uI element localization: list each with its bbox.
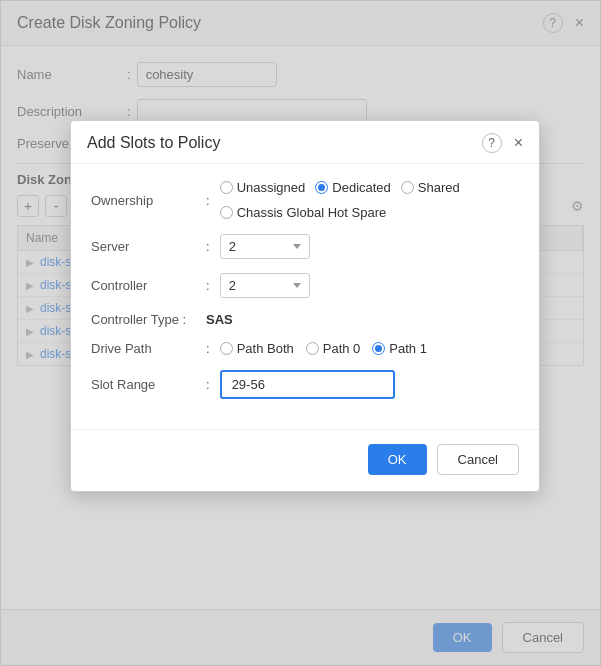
ownership-label: Ownership xyxy=(91,193,206,208)
drive-path-row: Drive Path : Path Both Path 0 Path 1 xyxy=(91,341,519,356)
slot-range-input[interactable] xyxy=(220,370,395,399)
ownership-shared[interactable]: Shared xyxy=(401,180,460,195)
slot-range-value xyxy=(220,370,519,399)
ownership-unassigned-label: Unassigned xyxy=(237,180,306,195)
radio-dedicated xyxy=(315,181,328,194)
modal-ok-button[interactable]: OK xyxy=(368,444,427,475)
ownership-dedicated[interactable]: Dedicated xyxy=(315,180,391,195)
controller-row: Controller : 1 2 3 xyxy=(91,273,519,298)
ownership-chassis[interactable]: Chassis Global Hot Spare xyxy=(220,205,387,220)
server-row: Server : 1 2 3 xyxy=(91,234,519,259)
controller-label: Controller xyxy=(91,278,206,293)
drive-path-label: Drive Path xyxy=(91,341,206,356)
radio-path-0 xyxy=(306,342,319,355)
path-1-label: Path 1 xyxy=(389,341,427,356)
ownership-unassigned[interactable]: Unassigned xyxy=(220,180,306,195)
modal-close-icon[interactable]: × xyxy=(514,135,523,151)
radio-path-both xyxy=(220,342,233,355)
controller-colon: : xyxy=(206,278,210,293)
path-both-label: Path Both xyxy=(237,341,294,356)
slot-range-row: Slot Range : xyxy=(91,370,519,399)
drive-path-colon: : xyxy=(206,341,210,356)
ownership-shared-label: Shared xyxy=(418,180,460,195)
controller-type-label: Controller Type : xyxy=(91,312,206,327)
path-0-option[interactable]: Path 0 xyxy=(306,341,361,356)
server-value: 1 2 3 xyxy=(220,234,519,259)
server-select[interactable]: 1 2 3 xyxy=(220,234,310,259)
slot-range-label: Slot Range xyxy=(91,377,206,392)
drive-path-options: Path Both Path 0 Path 1 xyxy=(220,341,519,356)
slot-range-colon: : xyxy=(206,377,210,392)
path-both-option[interactable]: Path Both xyxy=(220,341,294,356)
ownership-options: Unassigned Dedicated Shared Chassis Glob… xyxy=(220,180,519,220)
modal-title: Add Slots to Policy xyxy=(87,134,220,152)
ownership-colon: : xyxy=(206,193,210,208)
controller-type-text: SAS xyxy=(206,312,233,327)
modal-body: Ownership : Unassigned Dedicated Shared xyxy=(71,164,539,429)
path-1-option[interactable]: Path 1 xyxy=(372,341,427,356)
radio-path-1 xyxy=(372,342,385,355)
ownership-chassis-label: Chassis Global Hot Spare xyxy=(237,205,387,220)
ownership-row: Ownership : Unassigned Dedicated Shared xyxy=(91,180,519,220)
controller-select[interactable]: 1 2 3 xyxy=(220,273,310,298)
path-0-label: Path 0 xyxy=(323,341,361,356)
radio-unassigned xyxy=(220,181,233,194)
modal-cancel-button[interactable]: Cancel xyxy=(437,444,519,475)
radio-shared xyxy=(401,181,414,194)
ownership-dedicated-label: Dedicated xyxy=(332,180,391,195)
controller-type-row: Controller Type : SAS xyxy=(91,312,519,327)
controller-type-value: SAS xyxy=(206,312,519,327)
modal-dialog: Add Slots to Policy ? × Ownership : Unas… xyxy=(70,120,540,492)
modal-footer: OK Cancel xyxy=(71,429,539,491)
radio-chassis xyxy=(220,206,233,219)
modal-header-icons: ? × xyxy=(482,133,523,153)
modal-help-icon[interactable]: ? xyxy=(482,133,502,153)
controller-value: 1 2 3 xyxy=(220,273,519,298)
server-colon: : xyxy=(206,239,210,254)
modal-header: Add Slots to Policy ? × xyxy=(71,121,539,164)
server-label: Server xyxy=(91,239,206,254)
